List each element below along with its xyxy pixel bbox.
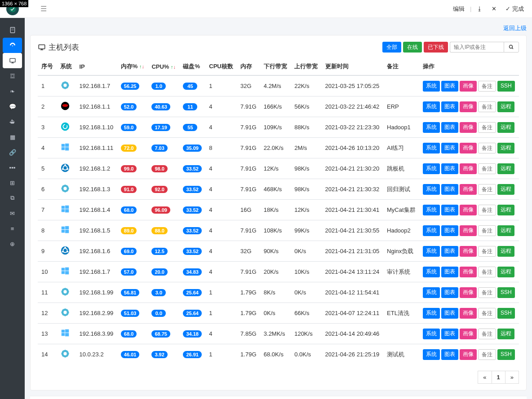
note-button[interactable]: 备注 (478, 349, 496, 360)
remote-button[interactable]: 远程 (497, 163, 514, 174)
search-input[interactable] (450, 42, 504, 53)
image-button[interactable]: 画像 (460, 143, 477, 153)
system-button[interactable]: 系统 (423, 225, 440, 236)
col-up[interactable]: 上行带宽 (291, 58, 321, 75)
image-button[interactable]: 画像 (460, 81, 477, 92)
system-button[interactable]: 系统 (423, 122, 440, 133)
remote-button[interactable]: 远程 (497, 246, 514, 257)
col-updated[interactable]: 更新时间 (322, 58, 383, 75)
image-button[interactable]: 画像 (460, 122, 477, 133)
chart-button[interactable]: 图表 (441, 308, 458, 319)
remote-button[interactable]: 远程 (497, 205, 514, 215)
note-button[interactable]: 备注 (478, 287, 496, 298)
sidebar-item-mail[interactable]: ✉ (0, 206, 25, 221)
remote-button[interactable]: 远程 (497, 143, 514, 153)
col-mem[interactable]: 内存% ↑↓ (117, 58, 148, 75)
image-button[interactable]: 画像 (460, 308, 477, 319)
edit-button[interactable]: 编辑 (449, 4, 468, 14)
ssh-button[interactable]: SSH (497, 349, 515, 360)
image-button[interactable]: 画像 (460, 163, 477, 174)
chart-button[interactable]: 图表 (441, 205, 458, 215)
system-button[interactable]: 系统 (423, 163, 440, 174)
sidebar-item-leaf[interactable]: ❧ (0, 83, 25, 99)
chart-button[interactable]: 图表 (441, 267, 458, 277)
note-button[interactable]: 备注 (478, 184, 496, 195)
system-button[interactable]: 系统 (423, 184, 440, 195)
note-button[interactable]: 备注 (478, 143, 496, 153)
col-remark[interactable]: 备注 (383, 58, 419, 75)
chart-button[interactable]: 图表 (441, 349, 458, 360)
chart-button[interactable]: 图表 (441, 143, 458, 153)
note-button[interactable]: 备注 (478, 81, 496, 92)
chart-button[interactable]: 图表 (441, 101, 458, 112)
sidebar-item-list[interactable]: ☲ (0, 68, 25, 83)
page-1[interactable]: 1 (492, 371, 505, 384)
chart-button[interactable]: 图表 (441, 329, 458, 339)
image-button[interactable]: 画像 (460, 246, 477, 257)
done-button[interactable]: ✓ 完成 (502, 4, 528, 14)
sidebar-item-dashboard[interactable] (3, 38, 22, 53)
chart-button[interactable]: 图表 (441, 122, 458, 133)
col-ram[interactable]: 内存 (237, 58, 260, 75)
note-button[interactable]: 备注 (478, 308, 496, 319)
image-button[interactable]: 画像 (460, 101, 477, 112)
remote-button[interactable]: 远程 (497, 101, 514, 112)
page-next[interactable]: » (505, 371, 519, 384)
col-seq[interactable]: 序号 (38, 58, 57, 75)
chart-button[interactable]: 图表 (441, 163, 458, 174)
note-button[interactable]: 备注 (478, 101, 496, 112)
ssh-button[interactable]: SSH (497, 287, 515, 298)
image-button[interactable]: 画像 (460, 267, 477, 277)
remote-button[interactable]: 远程 (497, 122, 514, 133)
system-button[interactable]: 系统 (423, 287, 440, 298)
note-button[interactable]: 备注 (478, 329, 496, 339)
chart-button[interactable]: 图表 (441, 184, 458, 195)
remote-button[interactable]: 远程 (497, 225, 514, 236)
search-button[interactable] (504, 42, 519, 53)
sidebar-item-lines[interactable]: ≡ (0, 221, 25, 236)
chart-button[interactable]: 图表 (441, 246, 458, 257)
note-button[interactable]: 备注 (478, 163, 496, 174)
sidebar-item-zoom[interactable]: ⊕ (0, 236, 25, 251)
image-button[interactable]: 画像 (460, 329, 477, 339)
system-button[interactable]: 系统 (423, 267, 440, 277)
chart-button[interactable]: 图表 (441, 81, 458, 92)
remote-button[interactable]: 远程 (497, 267, 514, 277)
chart-button[interactable]: 图表 (441, 225, 458, 236)
col-cores[interactable]: CPU核数 (205, 58, 237, 75)
col-os[interactable]: 系统 (57, 58, 75, 75)
col-disk[interactable]: 磁盘% (179, 58, 205, 75)
system-button[interactable]: 系统 (423, 101, 440, 112)
sidebar-item-grid[interactable]: ▪▪▪ (0, 160, 25, 175)
system-button[interactable]: 系统 (423, 205, 440, 215)
sidebar-item-hosts[interactable] (3, 53, 22, 68)
col-cpu[interactable]: CPU% ↑↓ (148, 58, 179, 75)
sidebar-item-add[interactable]: ⊞ (0, 175, 25, 190)
note-button[interactable]: 备注 (478, 225, 496, 236)
close-icon[interactable]: ✕ (488, 4, 500, 13)
col-down[interactable]: 下行带宽 (260, 58, 291, 75)
system-button[interactable]: 系统 (423, 246, 440, 257)
page-prev[interactable]: « (478, 371, 492, 384)
col-ip[interactable]: IP (75, 58, 117, 75)
note-button[interactable]: 备注 (478, 122, 496, 133)
back-link[interactable]: 返回上级 (503, 25, 527, 31)
filter-offline-button[interactable]: 已下线 (424, 42, 448, 53)
system-button[interactable]: 系统 (423, 81, 440, 92)
remote-button[interactable]: 远程 (497, 329, 514, 339)
filter-online-button[interactable]: 在线 (403, 42, 422, 53)
ssh-button[interactable]: SSH (497, 81, 515, 92)
ssh-button[interactable]: SSH (497, 308, 515, 319)
image-button[interactable]: 画像 (460, 225, 477, 236)
image-button[interactable]: 画像 (460, 184, 477, 195)
image-button[interactable]: 画像 (460, 205, 477, 215)
chart-button[interactable]: 图表 (441, 287, 458, 298)
system-button[interactable]: 系统 (423, 308, 440, 319)
remote-button[interactable]: 远程 (497, 184, 514, 195)
sidebar-item-doc[interactable] (0, 22, 25, 38)
sidebar-item-link[interactable]: 🔗 (0, 145, 25, 160)
note-button[interactable]: 备注 (478, 246, 496, 257)
note-button[interactable]: 备注 (478, 205, 496, 215)
note-button[interactable]: 备注 (478, 267, 496, 277)
sidebar-item-copy[interactable]: ⧉ (0, 190, 25, 206)
